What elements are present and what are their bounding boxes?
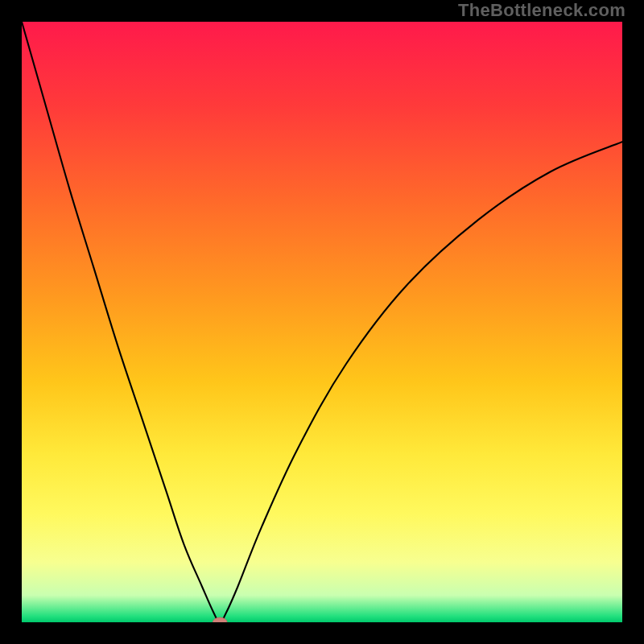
chart-frame: TheBottleneck.com <box>0 0 644 644</box>
gradient-background <box>22 22 622 622</box>
plot-area <box>22 22 622 622</box>
bottleneck-chart <box>22 22 622 622</box>
watermark-text: TheBottleneck.com <box>458 0 625 21</box>
